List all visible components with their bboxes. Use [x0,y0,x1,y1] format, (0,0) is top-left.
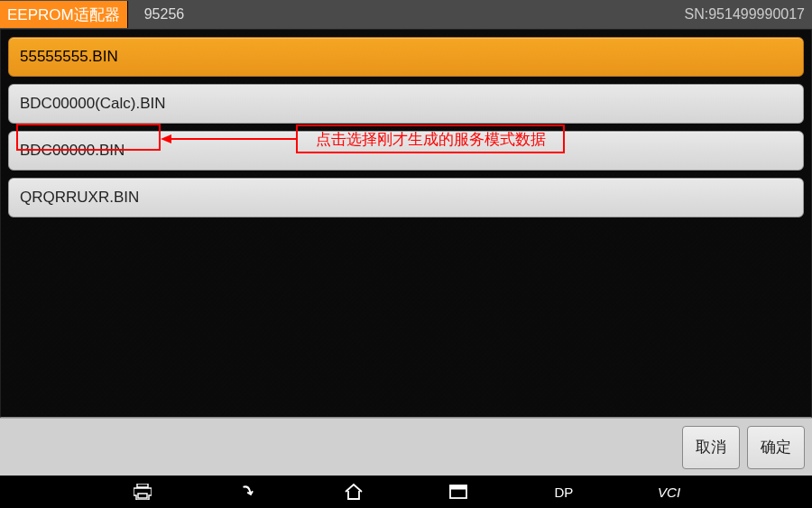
file-item[interactable]: QRQRRUXR.BIN [8,178,804,217]
nav-back-icon[interactable] [221,476,275,508]
system-nav-bar: DP VCI [0,476,812,508]
svg-rect-3 [450,485,466,489]
nav-dp-label: DP [555,485,574,500]
nav-vci-button[interactable]: VCI [642,476,697,508]
file-item[interactable]: 55555555.BIN [8,37,804,77]
file-list-panel: 55555555.BIN BDC00000(Calc).BIN BDC00000… [0,29,812,418]
nav-recent-icon[interactable] [431,476,485,508]
cancel-button[interactable]: 取消 [682,426,740,469]
file-name-label: 55555555.BIN [20,48,118,66]
header-title: EEPROM适配器 [0,1,128,28]
dialog-button-bar: 取消 确定 [0,418,812,476]
nav-dp-button[interactable]: DP [537,476,591,508]
nav-home-icon[interactable] [327,476,381,508]
header-serial: SN:951499990017 [685,6,805,23]
confirm-button-label: 确定 [761,437,791,457]
confirm-button[interactable]: 确定 [747,426,805,469]
file-name-label: QRQRRUXR.BIN [20,189,139,207]
header-bar: EEPROM适配器 95256 SN:951499990017 [0,0,812,29]
cancel-button-label: 取消 [696,437,726,457]
file-name-label: BDC00000.BIN [20,142,125,160]
header-subtitle: 95256 [144,6,185,23]
file-item[interactable]: BDC00000(Calc).BIN [8,84,804,124]
file-name-label: BDC00000(Calc).BIN [20,95,166,113]
nav-vci-label: VCI [658,485,680,500]
file-item[interactable]: BDC00000.BIN [8,131,804,171]
nav-print-icon[interactable] [115,476,170,508]
